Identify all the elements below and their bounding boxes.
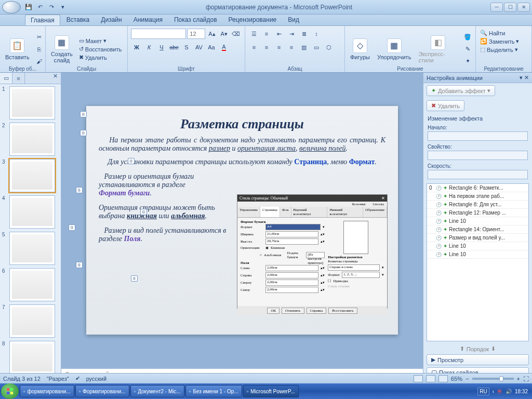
- columns-icon[interactable]: ▥: [298, 42, 310, 53]
- property-combo[interactable]: [428, 151, 528, 160]
- zoom-in-icon[interactable]: +: [517, 376, 520, 382]
- slide-thumbnail-8[interactable]: [9, 341, 55, 374]
- slide-thumbnail-5[interactable]: [9, 232, 55, 265]
- slide-paragraph-1[interactable]: На первом этапе работы с документом надо…: [99, 136, 385, 153]
- fit-icon[interactable]: ⛶: [523, 376, 529, 382]
- slide-thumbnail-3[interactable]: [9, 159, 55, 192]
- outline-tab[interactable]: ≡: [12, 73, 25, 84]
- delete-slide-button[interactable]: ✖ Удалить: [77, 54, 124, 61]
- play-button[interactable]: ▶ Просмотр: [427, 354, 529, 365]
- tab-review[interactable]: Рецензирование: [223, 15, 282, 25]
- undo-icon[interactable]: ↶: [35, 3, 45, 12]
- anim-item[interactable]: 🕐✦Rectangle 8: Для уст...: [427, 201, 528, 209]
- animation-list[interactable]: 0🕐✦Rectangle 6: Разметк...🕐✦На первом эт…: [427, 183, 529, 341]
- tray-chevron-icon[interactable]: ‹: [493, 389, 494, 394]
- shapes-button[interactable]: ◇Фигуры: [347, 36, 373, 62]
- underline-icon[interactable]: Ч: [156, 42, 167, 53]
- remove-effect-button[interactable]: ✖Удалить: [427, 100, 464, 111]
- slide-canvas[interactable]: 0 0 0 0 0 0 0 0 Разметка страницы На пер…: [86, 106, 398, 335]
- anim-item[interactable]: 🕐✦Rectangle 14: Ориент...: [427, 225, 528, 234]
- tray-shield-icon[interactable]: ⛨: [497, 389, 502, 394]
- anim-pane-close-icon[interactable]: ✕: [524, 74, 529, 81]
- indent-inc-icon[interactable]: ⇥: [286, 28, 297, 39]
- text-direction-icon[interactable]: ↕: [311, 28, 322, 39]
- arrange-button[interactable]: ▦Упорядочить: [374, 36, 414, 62]
- slide-thumbnail-1[interactable]: [9, 86, 55, 119]
- slide-thumbnail-6[interactable]: [9, 268, 55, 301]
- spacing-icon[interactable]: AV: [193, 42, 205, 53]
- clear-format-icon[interactable]: ⌫: [231, 28, 242, 39]
- anim-item[interactable]: 🕐✦Line 10: [427, 250, 528, 259]
- anim-item[interactable]: 🕐✦Rectangle 12: Размер ...: [427, 209, 528, 217]
- bullets-icon[interactable]: ☰: [248, 28, 260, 39]
- select-button[interactable]: ⬚ Выделить ▾: [478, 46, 529, 54]
- italic-icon[interactable]: К: [143, 42, 155, 53]
- slide-thumbnail-4[interactable]: [9, 195, 55, 229]
- shrink-font-icon[interactable]: A▾: [219, 28, 230, 39]
- zoom-out-icon[interactable]: −: [466, 376, 469, 382]
- new-slide-button[interactable]: ▦ Создать слайд: [48, 33, 76, 65]
- sorter-view-icon[interactable]: [426, 375, 435, 382]
- minimize-button[interactable]: ─: [490, 3, 503, 12]
- cut-icon[interactable]: ✂: [34, 32, 45, 43]
- slide-left-3[interactable]: Размер и вид полей устанавливаются в раз…: [99, 227, 242, 243]
- anim-item[interactable]: 0🕐✦Rectangle 6: Разметк...: [427, 184, 528, 192]
- tray-clock[interactable]: 18:32: [515, 389, 528, 394]
- font-family-combo[interactable]: [131, 29, 186, 39]
- taskbar-item[interactable]: ▫Документ2 - Mic...: [130, 385, 184, 397]
- align-center-icon[interactable]: ≡: [261, 42, 272, 53]
- thumbnails-tab[interactable]: ▭: [0, 73, 12, 84]
- slideshow-view-icon[interactable]: [438, 375, 448, 382]
- bold-icon[interactable]: Ж: [131, 42, 142, 53]
- office-button[interactable]: [2, 1, 21, 14]
- slide-left-1[interactable]: Размер и ориентация бумаги устанавливают…: [99, 172, 242, 197]
- anim-item[interactable]: 🕐✦Line 10: [427, 217, 528, 225]
- shape-outline-icon[interactable]: ✎: [462, 44, 473, 55]
- close-button[interactable]: ✕: [517, 3, 530, 12]
- shadow-icon[interactable]: S: [181, 42, 192, 53]
- align-left-icon[interactable]: ≡: [248, 42, 260, 53]
- line-spacing-icon[interactable]: ≣: [298, 28, 310, 39]
- slide-thumbnail-2[interactable]: [9, 123, 55, 156]
- font-size-combo[interactable]: 12: [187, 29, 205, 39]
- tab-insert[interactable]: Вставка: [61, 15, 95, 25]
- taskbar-item[interactable]: ▫Без имени 1 - Op...: [185, 385, 242, 397]
- shape-fill-icon[interactable]: 🪣: [462, 32, 473, 43]
- find-button[interactable]: 🔍 Найти: [478, 29, 529, 37]
- add-effect-button[interactable]: ✦Добавить эффект ▾: [427, 85, 495, 96]
- tray-language[interactable]: RU: [477, 388, 489, 395]
- anim-item[interactable]: 🕐✦На первом этапе раб...: [427, 192, 528, 201]
- replace-button[interactable]: 🔁 Заменить ▾: [478, 37, 529, 45]
- save-icon[interactable]: 💾: [24, 3, 33, 12]
- paste-button[interactable]: 📋 Вставить: [2, 36, 33, 62]
- grow-font-icon[interactable]: A▴: [206, 28, 217, 39]
- qat-customize-icon[interactable]: ▾: [58, 3, 68, 12]
- maximize-button[interactable]: ☐: [504, 3, 516, 12]
- format-painter-icon[interactable]: 🖌: [34, 56, 45, 67]
- zoom-level[interactable]: 65%: [451, 376, 462, 382]
- align-right-icon[interactable]: ≡: [273, 42, 285, 53]
- tab-view[interactable]: Вид: [283, 15, 304, 25]
- close-pane-icon[interactable]: ✕: [50, 73, 61, 84]
- start-button[interactable]: [1, 383, 19, 399]
- tab-home[interactable]: Главная: [25, 15, 60, 25]
- anim-pane-menu-icon[interactable]: ▾: [520, 74, 523, 81]
- case-icon[interactable]: Aa: [206, 42, 217, 53]
- justify-icon[interactable]: ≡: [286, 42, 297, 53]
- slide-thumbnail-7[interactable]: [9, 304, 55, 338]
- tray-volume-icon[interactable]: 🔊: [506, 389, 512, 394]
- start-combo[interactable]: [428, 131, 528, 141]
- tab-slideshow[interactable]: Показ слайдов: [169, 15, 222, 25]
- tab-animation[interactable]: Анимация: [128, 15, 168, 25]
- numbering-icon[interactable]: ≡: [261, 28, 272, 39]
- anim-item[interactable]: 🕐✦Line 10: [427, 242, 528, 250]
- layout-button[interactable]: ▭ Макет ▾: [77, 37, 124, 45]
- taskbar-item[interactable]: ▫форматировани...: [20, 385, 74, 397]
- anim-item[interactable]: 🕐✦Размер и вид полей у...: [427, 234, 528, 242]
- shape-effects-icon[interactable]: ✦: [462, 56, 473, 67]
- strike-icon[interactable]: abc: [168, 42, 180, 53]
- redo-icon[interactable]: ↷: [47, 3, 56, 12]
- indent-dec-icon[interactable]: ⇤: [273, 28, 285, 39]
- reset-button[interactable]: ↺ Восстановить: [77, 45, 124, 53]
- slide-left-2[interactable]: Ориентация страницы может быть выбрана к…: [99, 204, 242, 220]
